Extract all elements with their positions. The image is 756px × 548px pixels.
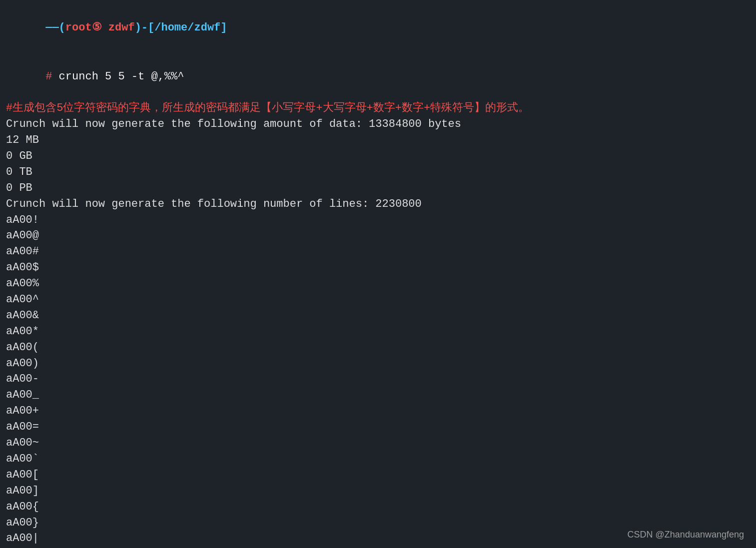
output-line-16: aA00- [6,371,750,387]
output-line-6: aA00! [6,212,750,228]
output-line-2: 0 GB [6,148,750,164]
output-line-21: aA00` [6,451,750,467]
output-line-11: aA00^ [6,292,750,308]
terminal-content: ——(root⑤ zdwf)-[/home/zdwf] # crunch 5 5… [6,4,750,548]
output-line-22: aA00[ [6,467,750,483]
output-line-25: aA00} [6,515,750,531]
output-line-9: aA00$ [6,260,750,276]
title-suffix: ] [220,21,227,34]
output-line-3: 0 TB [6,164,750,180]
output-line-23: aA00] [6,483,750,499]
output-line-15: aA00) [6,356,750,372]
comment-line: #生成包含5位字符密码的字典，所生成的密码都满足【小写字母+大写字母+数字+数字… [6,100,750,116]
output-line-1: 12 MB [6,132,750,148]
output-line-10: aA00% [6,276,750,292]
prompt-command: crunch 5 5 -t @,%%^ [52,70,184,83]
output-line-13: aA00* [6,324,750,340]
output-line-0: Crunch will now generate the following a… [6,116,750,132]
output-line-7: aA00@ [6,228,750,244]
output-line-4: 0 PB [6,180,750,196]
prompt-hash: # [45,70,52,83]
output-line-12: aA00& [6,308,750,324]
title-middle: )-[ [135,21,155,34]
output-line-18: aA00+ [6,403,750,419]
output-line-20: aA00~ [6,435,750,451]
output-line-8: aA00# [6,244,750,260]
output-line-14: aA00( [6,340,750,356]
csdn-attribution: CSDN @Zhanduanwangfeng [628,530,744,540]
terminal-user: root⑤ zdwf [65,21,135,34]
terminal-path: /home/zdwf [154,21,220,34]
title-prefix: ——( [45,21,65,34]
terminal-window: ——(root⑤ zdwf)-[/home/zdwf] # crunch 5 5… [0,0,756,548]
output-line-17: aA00_ [6,387,750,403]
output-line-19: aA00= [6,419,750,435]
output-line-5: Crunch will now generate the following n… [6,196,750,212]
title-bar: ——(root⑤ zdwf)-[/home/zdwf] [6,4,750,52]
prompt-line: # crunch 5 5 -t @,%%^ [6,53,750,101]
output-line-24: aA00{ [6,499,750,515]
